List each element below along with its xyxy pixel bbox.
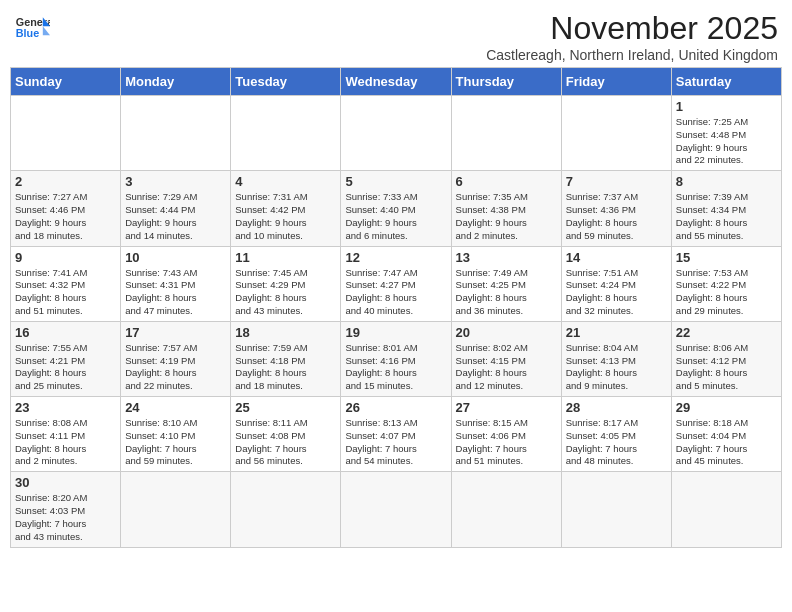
day-number: 3 — [125, 174, 226, 189]
calendar-cell: 21Sunrise: 8:04 AM Sunset: 4:13 PM Dayli… — [561, 321, 671, 396]
weekday-header-row: SundayMondayTuesdayWednesdayThursdayFrid… — [11, 68, 782, 96]
calendar-week-row: 9Sunrise: 7:41 AM Sunset: 4:32 PM Daylig… — [11, 246, 782, 321]
day-number: 30 — [15, 475, 116, 490]
day-number: 24 — [125, 400, 226, 415]
page-header: General Blue November 2025 Castlereagh, … — [10, 10, 782, 63]
day-number: 12 — [345, 250, 446, 265]
calendar-cell — [121, 96, 231, 171]
day-info: Sunrise: 7:27 AM Sunset: 4:46 PM Dayligh… — [15, 191, 116, 242]
calendar-cell: 25Sunrise: 8:11 AM Sunset: 4:08 PM Dayli… — [231, 397, 341, 472]
calendar-cell — [671, 472, 781, 547]
day-info: Sunrise: 8:02 AM Sunset: 4:15 PM Dayligh… — [456, 342, 557, 393]
calendar-cell — [451, 472, 561, 547]
calendar-cell: 7Sunrise: 7:37 AM Sunset: 4:36 PM Daylig… — [561, 171, 671, 246]
calendar-cell: 9Sunrise: 7:41 AM Sunset: 4:32 PM Daylig… — [11, 246, 121, 321]
day-info: Sunrise: 7:57 AM Sunset: 4:19 PM Dayligh… — [125, 342, 226, 393]
weekday-header-tuesday: Tuesday — [231, 68, 341, 96]
calendar-cell: 24Sunrise: 8:10 AM Sunset: 4:10 PM Dayli… — [121, 397, 231, 472]
day-info: Sunrise: 8:04 AM Sunset: 4:13 PM Dayligh… — [566, 342, 667, 393]
day-info: Sunrise: 7:37 AM Sunset: 4:36 PM Dayligh… — [566, 191, 667, 242]
calendar-cell — [341, 472, 451, 547]
day-info: Sunrise: 8:11 AM Sunset: 4:08 PM Dayligh… — [235, 417, 336, 468]
weekday-header-saturday: Saturday — [671, 68, 781, 96]
day-number: 14 — [566, 250, 667, 265]
day-number: 15 — [676, 250, 777, 265]
calendar-cell — [121, 472, 231, 547]
day-number: 26 — [345, 400, 446, 415]
day-info: Sunrise: 8:15 AM Sunset: 4:06 PM Dayligh… — [456, 417, 557, 468]
calendar-cell — [341, 96, 451, 171]
calendar-week-row: 16Sunrise: 7:55 AM Sunset: 4:21 PM Dayli… — [11, 321, 782, 396]
calendar-cell: 5Sunrise: 7:33 AM Sunset: 4:40 PM Daylig… — [341, 171, 451, 246]
calendar-cell: 14Sunrise: 7:51 AM Sunset: 4:24 PM Dayli… — [561, 246, 671, 321]
calendar-cell: 18Sunrise: 7:59 AM Sunset: 4:18 PM Dayli… — [231, 321, 341, 396]
day-number: 5 — [345, 174, 446, 189]
day-number: 27 — [456, 400, 557, 415]
calendar-cell: 28Sunrise: 8:17 AM Sunset: 4:05 PM Dayli… — [561, 397, 671, 472]
day-number: 16 — [15, 325, 116, 340]
day-number: 25 — [235, 400, 336, 415]
day-number: 22 — [676, 325, 777, 340]
day-info: Sunrise: 7:51 AM Sunset: 4:24 PM Dayligh… — [566, 267, 667, 318]
day-info: Sunrise: 7:43 AM Sunset: 4:31 PM Dayligh… — [125, 267, 226, 318]
calendar-cell: 23Sunrise: 8:08 AM Sunset: 4:11 PM Dayli… — [11, 397, 121, 472]
day-info: Sunrise: 8:08 AM Sunset: 4:11 PM Dayligh… — [15, 417, 116, 468]
calendar-week-row: 30Sunrise: 8:20 AM Sunset: 4:03 PM Dayli… — [11, 472, 782, 547]
weekday-header-thursday: Thursday — [451, 68, 561, 96]
calendar-cell — [451, 96, 561, 171]
day-number: 1 — [676, 99, 777, 114]
logo: General Blue — [14, 10, 50, 46]
day-number: 19 — [345, 325, 446, 340]
day-number: 20 — [456, 325, 557, 340]
day-info: Sunrise: 8:18 AM Sunset: 4:04 PM Dayligh… — [676, 417, 777, 468]
day-number: 11 — [235, 250, 336, 265]
calendar-week-row: 2Sunrise: 7:27 AM Sunset: 4:46 PM Daylig… — [11, 171, 782, 246]
day-info: Sunrise: 8:10 AM Sunset: 4:10 PM Dayligh… — [125, 417, 226, 468]
day-number: 8 — [676, 174, 777, 189]
day-info: Sunrise: 7:49 AM Sunset: 4:25 PM Dayligh… — [456, 267, 557, 318]
calendar-cell — [11, 96, 121, 171]
day-info: Sunrise: 7:31 AM Sunset: 4:42 PM Dayligh… — [235, 191, 336, 242]
day-info: Sunrise: 7:35 AM Sunset: 4:38 PM Dayligh… — [456, 191, 557, 242]
day-number: 23 — [15, 400, 116, 415]
day-info: Sunrise: 7:53 AM Sunset: 4:22 PM Dayligh… — [676, 267, 777, 318]
calendar-cell: 13Sunrise: 7:49 AM Sunset: 4:25 PM Dayli… — [451, 246, 561, 321]
calendar-cell: 12Sunrise: 7:47 AM Sunset: 4:27 PM Dayli… — [341, 246, 451, 321]
calendar-cell: 19Sunrise: 8:01 AM Sunset: 4:16 PM Dayli… — [341, 321, 451, 396]
day-info: Sunrise: 8:20 AM Sunset: 4:03 PM Dayligh… — [15, 492, 116, 543]
calendar-cell — [561, 96, 671, 171]
weekday-header-monday: Monday — [121, 68, 231, 96]
calendar-cell: 27Sunrise: 8:15 AM Sunset: 4:06 PM Dayli… — [451, 397, 561, 472]
day-info: Sunrise: 8:17 AM Sunset: 4:05 PM Dayligh… — [566, 417, 667, 468]
calendar-cell — [231, 96, 341, 171]
calendar-cell: 8Sunrise: 7:39 AM Sunset: 4:34 PM Daylig… — [671, 171, 781, 246]
day-number: 13 — [456, 250, 557, 265]
day-number: 9 — [15, 250, 116, 265]
day-info: Sunrise: 8:06 AM Sunset: 4:12 PM Dayligh… — [676, 342, 777, 393]
subtitle: Castlereagh, Northern Ireland, United Ki… — [486, 47, 778, 63]
calendar-cell — [231, 472, 341, 547]
calendar-week-row: 1Sunrise: 7:25 AM Sunset: 4:48 PM Daylig… — [11, 96, 782, 171]
title-area: November 2025 Castlereagh, Northern Irel… — [486, 10, 778, 63]
month-title: November 2025 — [486, 10, 778, 47]
calendar-cell: 29Sunrise: 8:18 AM Sunset: 4:04 PM Dayli… — [671, 397, 781, 472]
calendar-cell: 4Sunrise: 7:31 AM Sunset: 4:42 PM Daylig… — [231, 171, 341, 246]
calendar-cell: 22Sunrise: 8:06 AM Sunset: 4:12 PM Dayli… — [671, 321, 781, 396]
calendar-cell: 1Sunrise: 7:25 AM Sunset: 4:48 PM Daylig… — [671, 96, 781, 171]
svg-text:Blue: Blue — [16, 27, 39, 39]
calendar-cell: 11Sunrise: 7:45 AM Sunset: 4:29 PM Dayli… — [231, 246, 341, 321]
logo-icon: General Blue — [14, 10, 50, 46]
day-info: Sunrise: 7:29 AM Sunset: 4:44 PM Dayligh… — [125, 191, 226, 242]
calendar-cell: 10Sunrise: 7:43 AM Sunset: 4:31 PM Dayli… — [121, 246, 231, 321]
day-number: 21 — [566, 325, 667, 340]
day-number: 6 — [456, 174, 557, 189]
day-info: Sunrise: 7:25 AM Sunset: 4:48 PM Dayligh… — [676, 116, 777, 167]
calendar-table: SundayMondayTuesdayWednesdayThursdayFrid… — [10, 67, 782, 548]
calendar-cell: 17Sunrise: 7:57 AM Sunset: 4:19 PM Dayli… — [121, 321, 231, 396]
day-info: Sunrise: 8:01 AM Sunset: 4:16 PM Dayligh… — [345, 342, 446, 393]
calendar-cell: 26Sunrise: 8:13 AM Sunset: 4:07 PM Dayli… — [341, 397, 451, 472]
calendar-cell — [561, 472, 671, 547]
day-info: Sunrise: 7:41 AM Sunset: 4:32 PM Dayligh… — [15, 267, 116, 318]
weekday-header-sunday: Sunday — [11, 68, 121, 96]
weekday-header-wednesday: Wednesday — [341, 68, 451, 96]
